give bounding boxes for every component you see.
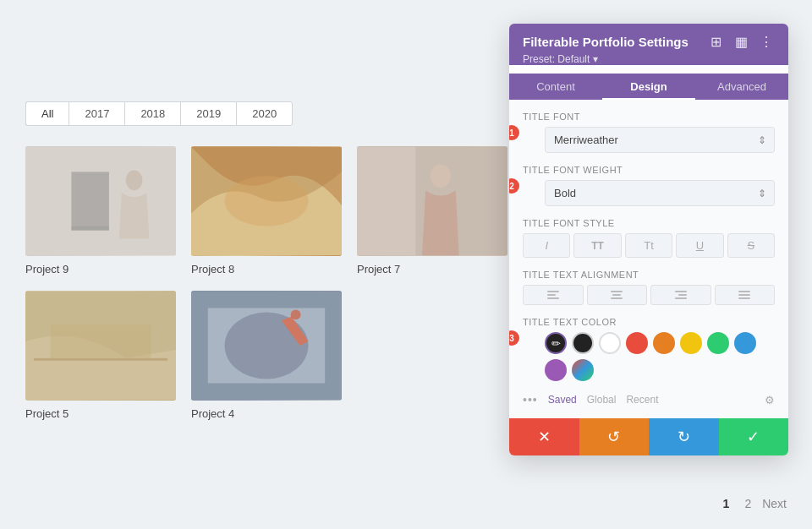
filter-2020[interactable]: 2020 bbox=[236, 101, 293, 126]
color-picker-row: ✏ bbox=[545, 332, 775, 381]
panel-tabs: Content Design Advanced bbox=[509, 74, 788, 100]
title-font-weight-select[interactable]: Bold Normal Light Extra Bold bbox=[545, 180, 775, 206]
fullscreen-icon[interactable]: ⊞ bbox=[707, 34, 724, 50]
color-edit-swatch[interactable]: ✏ bbox=[545, 332, 567, 354]
title-font-weight-label: Title Font Weight bbox=[523, 165, 775, 175]
badge-2: 2 bbox=[509, 178, 519, 194]
color-tab-global[interactable]: Global bbox=[587, 394, 617, 406]
title-font-style-label: Title Font Style bbox=[523, 218, 775, 228]
align-buttons bbox=[523, 285, 775, 305]
svg-point-15 bbox=[291, 309, 301, 319]
align-left-button[interactable] bbox=[523, 285, 584, 305]
panel-body: Title Font 1 Merriweather Arial Georgia … bbox=[509, 100, 788, 418]
align-line bbox=[611, 291, 623, 292]
underline-button[interactable]: U bbox=[676, 233, 723, 258]
align-right-button[interactable] bbox=[650, 285, 711, 305]
color-purple-swatch[interactable] bbox=[545, 359, 567, 381]
color-more-dots[interactable]: ••• bbox=[523, 393, 538, 406]
panel-actions: ✕ ↺ ↻ ✓ bbox=[509, 418, 788, 455]
align-line bbox=[738, 297, 750, 299]
align-line bbox=[547, 297, 559, 299]
capitalize-button[interactable]: Tt bbox=[625, 233, 672, 258]
color-yellow-swatch[interactable] bbox=[680, 332, 702, 354]
align-right-lines bbox=[675, 291, 687, 299]
project-image bbox=[191, 146, 342, 256]
color-orange-swatch[interactable] bbox=[653, 332, 675, 354]
panel-title: Filterable Portfolio Settings bbox=[523, 35, 689, 49]
page-next[interactable]: Next bbox=[762, 497, 787, 510]
align-center-button[interactable] bbox=[587, 285, 648, 305]
columns-icon[interactable]: ▦ bbox=[732, 34, 749, 50]
title-font-weight-section: Title Font Weight 2 Bold Normal Light Ex… bbox=[523, 165, 775, 206]
title-font-label: Title Font bbox=[523, 112, 775, 122]
project-image bbox=[357, 146, 508, 256]
panel-preset[interactable]: Preset: Default bbox=[523, 53, 775, 65]
more-icon[interactable]: ⋮ bbox=[758, 34, 775, 50]
align-line bbox=[678, 294, 687, 296]
title-text-color-row-inner: 3 ✏ bbox=[523, 332, 775, 381]
svg-rect-11 bbox=[51, 324, 151, 358]
color-tab-saved[interactable]: Saved bbox=[548, 394, 577, 406]
page-1[interactable]: 1 bbox=[719, 495, 734, 512]
align-line bbox=[612, 294, 621, 296]
redo-button[interactable]: ↻ bbox=[649, 418, 719, 455]
svg-rect-1 bbox=[71, 172, 109, 230]
bold-button[interactable]: TT bbox=[573, 233, 621, 258]
project-item[interactable]: Project 8 bbox=[191, 146, 342, 275]
color-black-swatch[interactable] bbox=[572, 332, 594, 354]
svg-rect-2 bbox=[71, 226, 109, 231]
filter-2017[interactable]: 2017 bbox=[69, 101, 124, 126]
align-justify-button[interactable] bbox=[715, 285, 776, 305]
title-text-color-section: Title Text Color 3 ✏ bbox=[523, 317, 775, 381]
project-image bbox=[25, 291, 176, 401]
color-settings-gear-icon[interactable]: ⚙ bbox=[765, 394, 775, 406]
project-name: Project 4 bbox=[191, 407, 342, 420]
color-gradient-swatch[interactable] bbox=[572, 359, 594, 381]
color-tabs: ••• Saved Global Recent ⚙ bbox=[523, 393, 775, 406]
strikethrough-button[interactable]: S bbox=[727, 233, 775, 258]
color-blue-swatch[interactable] bbox=[734, 332, 756, 354]
align-line bbox=[675, 297, 687, 299]
title-font-select-wrapper: Merriweather Arial Georgia Helvetica Rob… bbox=[545, 127, 775, 153]
project-item[interactable]: Project 5 bbox=[25, 291, 176, 420]
title-font-weight-select-wrapper: Bold Normal Light Extra Bold ⇕ bbox=[545, 180, 775, 206]
svg-point-3 bbox=[126, 170, 143, 190]
svg-point-5 bbox=[225, 176, 309, 226]
cancel-button[interactable]: ✕ bbox=[509, 418, 579, 455]
badge-1: 1 bbox=[509, 125, 519, 140]
tab-design[interactable]: Design bbox=[602, 74, 695, 100]
svg-point-7 bbox=[431, 164, 451, 188]
align-justify-lines bbox=[738, 291, 750, 299]
project-name: Project 5 bbox=[25, 407, 176, 420]
title-font-row-inner: 1 Merriweather Arial Georgia Helvetica R… bbox=[523, 127, 775, 153]
project-grid: Project 9 Project 8 bbox=[25, 146, 508, 420]
settings-panel: Filterable Portfolio Settings ⊞ ▦ ⋮ Pres… bbox=[509, 24, 788, 455]
title-font-weight-row-inner: 2 Bold Normal Light Extra Bold ⇕ bbox=[523, 180, 775, 206]
filter-2018[interactable]: 2018 bbox=[124, 101, 180, 126]
project-item[interactable]: Project 9 bbox=[25, 146, 176, 275]
align-line bbox=[738, 294, 750, 296]
badge-3: 3 bbox=[509, 330, 519, 346]
project-item[interactable]: Project 7 bbox=[357, 146, 508, 275]
title-font-select[interactable]: Merriweather Arial Georgia Helvetica Rob… bbox=[545, 127, 775, 153]
color-white-swatch[interactable] bbox=[599, 332, 621, 354]
italic-button[interactable]: I bbox=[523, 233, 570, 258]
title-text-alignment-label: Title Text Alignment bbox=[523, 270, 775, 280]
save-button[interactable]: ✓ bbox=[719, 418, 789, 455]
panel-header-icons: ⊞ ▦ ⋮ bbox=[707, 34, 775, 50]
panel-header: Filterable Portfolio Settings ⊞ ▦ ⋮ Pres… bbox=[509, 24, 788, 65]
filter-2019[interactable]: 2019 bbox=[180, 101, 236, 126]
project-name: Project 7 bbox=[357, 263, 508, 275]
color-red-swatch[interactable] bbox=[626, 332, 648, 354]
reset-button[interactable]: ↺ bbox=[579, 418, 650, 455]
color-green-swatch[interactable] bbox=[707, 332, 729, 354]
tab-advanced[interactable]: Advanced bbox=[695, 74, 788, 100]
align-line bbox=[547, 294, 556, 296]
page-2[interactable]: 2 bbox=[740, 495, 755, 512]
align-line bbox=[611, 297, 623, 299]
project-item[interactable]: Project 4 bbox=[191, 291, 342, 420]
tab-content[interactable]: Content bbox=[509, 74, 602, 100]
filter-all[interactable]: All bbox=[25, 101, 69, 126]
color-tab-recent[interactable]: Recent bbox=[626, 394, 658, 406]
project-name: Project 9 bbox=[25, 263, 176, 275]
